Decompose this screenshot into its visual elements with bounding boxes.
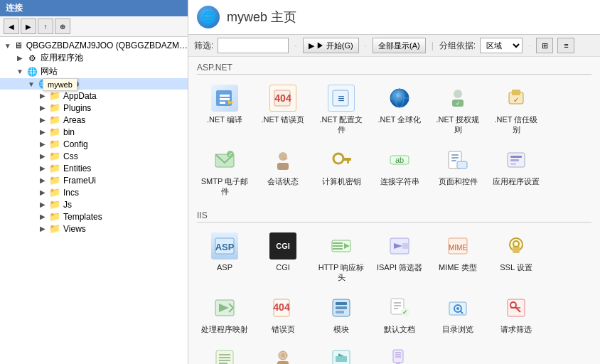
- show-all-btn[interactable]: 全部显示(A): [373, 38, 426, 53]
- item-ssl[interactable]: SSL 设置: [488, 228, 544, 287]
- item-machinekey[interactable]: 计算机密钥: [314, 142, 369, 201]
- item-smtp[interactable]: ✓ SMTP 电子邮件: [197, 142, 252, 201]
- item-mime[interactable]: MIME MIME 类型: [430, 228, 486, 287]
- start-btn[interactable]: ▶ ▶ 开始(G): [303, 38, 359, 53]
- tree-item-views[interactable]: ▶ 📁 Views: [0, 223, 188, 235]
- toolbar-btn-3[interactable]: ↑: [38, 18, 53, 34]
- log-icon: [211, 346, 238, 364]
- css-label: Css: [63, 151, 78, 161]
- tree-toggle-myweb[interactable]: ▼: [26, 80, 37, 88]
- dotnet-globe-label: .NET 全球化: [378, 114, 422, 124]
- item-pagecontrol[interactable]: 页面和控件: [430, 142, 486, 201]
- item-asp[interactable]: ASP ASP: [197, 228, 252, 287]
- tree-toggle-frameui[interactable]: ▶: [37, 176, 48, 184]
- item-output[interactable]: 输出缓存: [314, 341, 369, 364]
- toolbar-btn-4[interactable]: ⊕: [55, 18, 70, 34]
- tree-toggle-plugins[interactable]: ▶: [37, 104, 48, 112]
- tree-item-config[interactable]: ▶ 📁 Config: [0, 138, 188, 150]
- item-dotnet-globe[interactable]: .NET 全球化: [372, 80, 427, 139]
- tree-toggle-config[interactable]: ▶: [37, 140, 48, 148]
- folder-icon-areas: 📁: [48, 114, 61, 125]
- item-handler[interactable]: 处理程序映射: [197, 290, 252, 338]
- dotnet-config-icon: ≡: [328, 85, 355, 112]
- start-icon: ▶: [309, 41, 314, 50]
- tree-item-myweb[interactable]: ▼ 🌐 myweb myweb: [0, 78, 188, 90]
- item-dotnet-compile[interactable]: .NET 编译: [197, 80, 252, 139]
- folder-icon-plugins: 📁: [48, 102, 61, 113]
- tree-item-appdata[interactable]: ▶ 📁 AppData: [0, 90, 188, 102]
- tree-item-css[interactable]: ▶ 📁 Css: [0, 150, 188, 162]
- item-default-doc[interactable]: ✓ 默认文档: [372, 290, 427, 338]
- dotnet-compile-label: .NET 编译: [207, 114, 242, 124]
- view-toggle-btn[interactable]: ⊞: [536, 38, 553, 53]
- item-dotnet-config[interactable]: ≡ .NET 配置文件: [314, 80, 369, 139]
- item-dotnet-error[interactable]: 404 .NET 错误页: [255, 80, 311, 139]
- machinekey-icon: [328, 146, 355, 173]
- tree-item-bin[interactable]: ▶ 📁 bin: [0, 126, 188, 138]
- tree-item-entities[interactable]: ▶ 📁 Entities: [0, 162, 188, 174]
- view-list-btn[interactable]: ≡: [557, 38, 574, 53]
- appset-icon: [503, 146, 530, 173]
- config-label: Config: [63, 139, 88, 149]
- item-appset[interactable]: 应用程序设置: [488, 142, 544, 201]
- tree-toggle-apppool[interactable]: ▶: [14, 54, 26, 62]
- toolbar-btn-2[interactable]: ▶: [21, 18, 36, 34]
- tree-item-plugins[interactable]: ▶ 📁 Plugins: [0, 102, 188, 114]
- tree-toggle-js[interactable]: ▶: [37, 200, 48, 208]
- tree-item-server[interactable]: ▼ 🖥 QBGGZBDAZMJ9JOO (QBGGZBDAZM…: [0, 40, 188, 51]
- tree-toggle-views[interactable]: ▶: [37, 225, 48, 232]
- item-cgi[interactable]: CGI CGI: [255, 228, 311, 287]
- mime-label: MIME 类型: [439, 262, 477, 272]
- item-isapi[interactable]: ISAPI 筛选器: [372, 228, 427, 287]
- svg-text:✓: ✓: [402, 309, 408, 316]
- tree-toggle-css[interactable]: ▶: [37, 152, 48, 160]
- folder-icon-incs: 📁: [48, 187, 61, 198]
- tree-item-apppool[interactable]: ▶ ⚙ 应用程序池: [0, 51, 188, 65]
- tree-item-sites[interactable]: ▼ 🌐 网站: [0, 65, 188, 78]
- item-dotnet-trust[interactable]: ✓ .NET 信任级别: [488, 80, 544, 139]
- tree-item-frameui[interactable]: ▶ 📁 FrameUi: [0, 174, 188, 186]
- cgi-label: CGI: [276, 262, 290, 272]
- handler-label: 处理程序映射: [201, 324, 248, 334]
- svg-rect-17: [512, 90, 520, 95]
- auth-icon: [269, 346, 296, 364]
- svg-rect-83: [277, 361, 289, 364]
- dotnet-config-label: .NET 配置文件: [316, 114, 366, 135]
- folder-icon-views: 📁: [48, 223, 61, 234]
- item-compress[interactable]: 压缩: [372, 341, 427, 364]
- item-reqfilter[interactable]: 请求筛选: [488, 290, 544, 338]
- item-errpg[interactable]: 404 错误页: [255, 290, 311, 338]
- tree-item-js[interactable]: ▶ 📁 Js: [0, 198, 188, 210]
- item-log[interactable]: 日志: [197, 341, 252, 364]
- tree-toggle-appdata[interactable]: ▶: [37, 92, 48, 100]
- group-select[interactable]: 区域: [480, 38, 523, 53]
- item-module[interactable]: 模块: [314, 290, 369, 338]
- item-dirbrowse[interactable]: 目录浏览: [430, 290, 486, 338]
- item-connstr[interactable]: ab 连接字符串: [372, 142, 427, 201]
- tree-toggle-templates[interactable]: ▶: [37, 213, 48, 220]
- iis-icon-grid: ASP ASP CGI CGI HTTP 响应标头: [197, 228, 591, 364]
- tree-toggle-entities[interactable]: ▶: [37, 164, 48, 172]
- svg-text:ASP: ASP: [215, 242, 235, 252]
- compress-icon: [386, 346, 413, 364]
- mime-icon: MIME: [444, 232, 471, 259]
- item-dotnet-auth[interactable]: ✓ .NET 授权规则: [430, 80, 486, 139]
- item-session[interactable]: ... 会话状态: [255, 142, 311, 201]
- tree-toggle-incs[interactable]: ▶: [37, 188, 48, 196]
- tree-item-incs[interactable]: ▶ 📁 Incs: [0, 186, 188, 198]
- tree-toggle-bin[interactable]: ▶: [37, 128, 48, 136]
- svg-rect-35: [510, 156, 522, 158]
- tree-item-templates[interactable]: ▶ 📁 Templates: [0, 210, 188, 223]
- item-http-resp[interactable]: HTTP 响应标头: [314, 228, 369, 287]
- svg-point-71: [456, 307, 459, 310]
- tree-toggle-sites[interactable]: ▼: [14, 68, 26, 75]
- svg-rect-37: [510, 163, 516, 165]
- tree-toggle-areas[interactable]: ▶: [37, 116, 48, 124]
- header-globe-icon: 🌐: [197, 6, 220, 28]
- tree-toggle-server[interactable]: ▼: [3, 42, 13, 50]
- toolbar-btn-1[interactable]: ◀: [4, 18, 19, 34]
- item-auth[interactable]: 身份验证: [255, 341, 311, 364]
- apppool-label: 应用程序池: [41, 52, 83, 64]
- tree-item-areas[interactable]: ▶ 📁 Areas: [0, 114, 188, 126]
- filter-input[interactable]: [218, 38, 289, 53]
